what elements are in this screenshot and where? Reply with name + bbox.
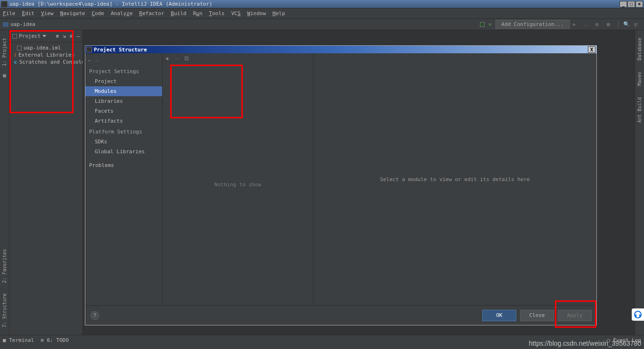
empty-modules-text: Nothing to show (215, 182, 261, 188)
tree-item-iml[interactable]: uap-idea.iml (9, 44, 83, 51)
target-icon[interactable]: ⊕ (56, 33, 59, 39)
remove-icon[interactable]: − (175, 55, 179, 62)
todo-label: 6: TODO (47, 337, 68, 343)
tab-structure[interactable]: 7: Structure (1, 291, 8, 330)
help-icon[interactable]: ? (90, 311, 99, 320)
project-pane-header: Project ⊕ ⇲ ⚙ — (9, 30, 83, 42)
teamviewer-icon[interactable] (632, 308, 644, 321)
apply-button[interactable]: Apply (558, 310, 592, 321)
build-icon[interactable] (480, 22, 485, 27)
right-tool-sidebar: Database Maven Ant Build (635, 30, 644, 335)
run-icon[interactable]: ▶ (573, 21, 579, 28)
close-button[interactable]: × (636, 1, 643, 8)
menu-vcs[interactable]: VCS (231, 10, 240, 17)
tab-project[interactable]: 1: Project (1, 35, 8, 69)
section-platform-settings: Platform Settings (85, 126, 162, 137)
menu-file[interactable]: File (3, 10, 16, 17)
todo-tab[interactable]: ≡ 6: TODO (41, 337, 69, 343)
menu-analyze[interactable]: Analyze (111, 10, 132, 17)
dialog-icon (86, 47, 92, 52)
project-pane-title[interactable]: Project (19, 33, 41, 39)
close-button[interactable]: Close (520, 310, 554, 321)
tree-item-scratches[interactable]: ◐ Scratches and Consoles (9, 58, 83, 66)
navigation-bar: uap-idea ⚒ Add Configuration... ▶ ⌄ ▣ ■ … (0, 19, 644, 30)
dialog-title: Project Structure (94, 47, 588, 53)
menu-build[interactable]: Build (171, 10, 186, 17)
breadcrumb[interactable]: uap-idea (3, 21, 480, 27)
tab-antbuild[interactable]: Ant Build (636, 94, 643, 125)
menu-refactor[interactable]: Refactor (139, 10, 164, 17)
back-icon[interactable]: ← (88, 58, 91, 64)
gear-icon[interactable]: ⚙ (70, 33, 73, 39)
details-empty-text: Select a module to view or edit its deta… (380, 176, 530, 183)
menu-tools[interactable]: Tools (209, 10, 224, 17)
section-project-settings: Project Settings (85, 66, 162, 76)
dialog-button-bar: OK Close Apply (482, 310, 592, 321)
menubar: File Edit View Navigate Code Analyze Ref… (0, 8, 644, 19)
run-configuration-selector[interactable]: Add Configuration... (495, 20, 570, 29)
modules-list: Nothing to show (163, 64, 313, 305)
sidebar-item-problems[interactable]: Problems (85, 160, 162, 170)
modules-toolbar: + − ⧉ (163, 53, 313, 64)
project-structure-dialog: Project Structure X ← → Project Settings… (85, 45, 597, 325)
window-title: uap-idea [D:\workspace4\uap-idea] - Inte… (9, 1, 619, 7)
sidebar-item-global-libraries[interactable]: Global Libraries (85, 147, 162, 157)
folder-icon[interactable]: ▦ (1, 71, 8, 82)
sidebar-item-project[interactable]: Project (85, 76, 162, 86)
ok-button[interactable]: OK (482, 310, 516, 321)
debug-icon[interactable]: ⌄ (584, 21, 591, 28)
tree-item-label: Scratches and Consoles (19, 59, 83, 65)
tab-favorites[interactable]: 2: Favorites (1, 246, 8, 286)
run-toolbar: ▶ ⌄ ▣ ■ 🔍 ◧ (573, 21, 641, 28)
dialog-titlebar[interactable]: Project Structure X (85, 46, 596, 53)
menu-view[interactable]: View (41, 10, 54, 17)
menu-window[interactable]: Window (247, 10, 266, 17)
tab-database[interactable]: Database (636, 35, 643, 63)
sidebar-item-artifacts[interactable]: Artifacts (85, 116, 162, 126)
sidebar-item-sdks[interactable]: SDKs (85, 137, 162, 147)
stop-icon[interactable]: ■ (607, 21, 613, 28)
menu-run[interactable]: Run (193, 10, 202, 17)
coverage-icon[interactable]: ▣ (595, 21, 602, 28)
tab-maven[interactable]: Maven (636, 69, 643, 89)
window-titlebar: uap-idea [D:\workspace4\uap-idea] - Inte… (0, 0, 644, 8)
dialog-details-panel: Select a module to view or edit its deta… (314, 53, 596, 305)
dialog-footer: ? OK Close Apply (85, 305, 596, 325)
menu-help[interactable]: Help (272, 10, 285, 17)
libraries-icon: ⫴ (14, 52, 17, 58)
sidebar-item-modules[interactable]: Modules (85, 86, 162, 96)
minimize-button[interactable]: _ (619, 1, 627, 8)
add-icon[interactable]: + (165, 55, 169, 62)
dialog-close-button[interactable]: X (588, 46, 595, 53)
sidebar-item-facets[interactable]: Facets (85, 106, 162, 116)
folder-icon (3, 22, 8, 27)
project-tree[interactable]: uap-idea.iml ⫴ External Libraries ◐ Scra… (9, 42, 83, 67)
menu-edit[interactable]: Edit (22, 10, 35, 17)
filter-icon[interactable]: ◧ (635, 21, 641, 28)
menu-code[interactable]: Code (91, 10, 104, 17)
hide-icon[interactable]: — (76, 33, 80, 39)
forward-icon[interactable]: → (95, 58, 99, 64)
dialog-modules-panel: + − ⧉ Nothing to show (163, 53, 314, 305)
menu-navigate[interactable]: Navigate (60, 10, 85, 17)
scratches-icon: ◐ (14, 59, 17, 65)
watermark: https://blog.csdn.net/weixin_39563780 (529, 340, 641, 347)
project-view-icon (12, 34, 17, 39)
file-icon (17, 46, 22, 50)
sidebar-item-libraries[interactable]: Libraries (85, 96, 162, 106)
highlight-box-modules (170, 65, 243, 118)
project-tool-window: Project ⊕ ⇲ ⚙ — uap-idea.iml ⫴ External … (9, 30, 83, 335)
hammer-icon[interactable]: ⚒ (488, 21, 492, 27)
chevron-down-icon[interactable] (42, 35, 46, 37)
copy-icon[interactable]: ⧉ (184, 55, 189, 62)
maximize-button[interactable]: □ (627, 1, 635, 8)
expand-icon[interactable]: ⇲ (63, 33, 66, 39)
tree-item-external-libs[interactable]: ⫴ External Libraries (9, 51, 83, 58)
tree-item-label: External Libraries (18, 52, 74, 58)
app-icon (1, 1, 8, 8)
search-icon[interactable]: 🔍 (623, 21, 630, 28)
left-tool-sidebar: 1: Project ▦ 2: Favorites 7: Structure (0, 30, 9, 335)
dialog-nav-bar: ← → (85, 55, 162, 66)
terminal-tab[interactable]: ▣ Terminal (3, 337, 34, 343)
dialog-body: ← → Project Settings Project Modules Lib… (85, 53, 596, 305)
